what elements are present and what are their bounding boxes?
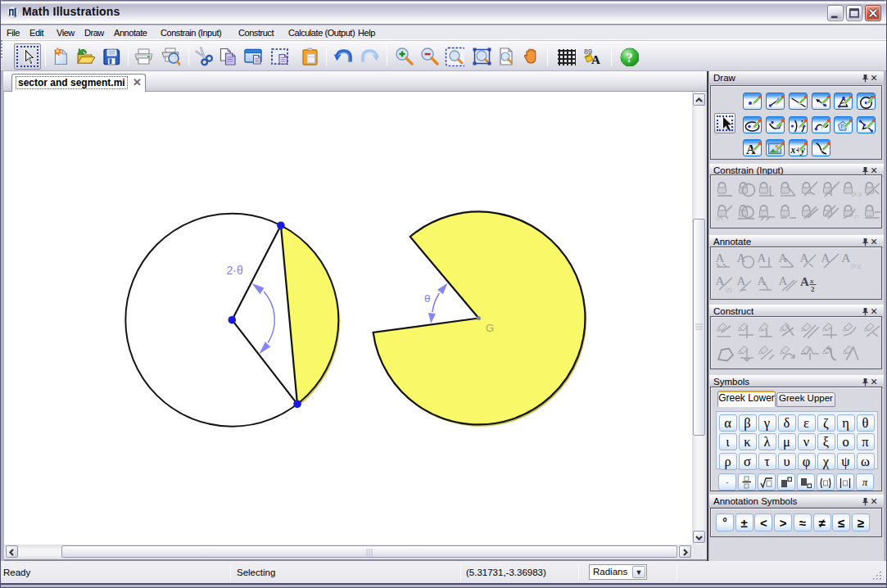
svg-text:A: A — [779, 274, 788, 287]
svg-text:2: 2 — [811, 285, 815, 293]
svg-text:A: A — [716, 251, 725, 265]
svg-text:A: A — [736, 274, 745, 287]
svg-text:(r): (r) — [726, 286, 732, 293]
svg-text:x: x — [809, 277, 814, 285]
svg-text:A: A — [842, 251, 851, 265]
svg-text:2·θ: 2·θ — [227, 264, 243, 277]
svg-text:A: A — [591, 53, 600, 66]
svg-text:r=: r= — [854, 213, 860, 220]
svg-text:?: ? — [627, 51, 633, 65]
svg-text:(x,y): (x,y) — [852, 190, 862, 197]
svg-text:(x,y): (x,y) — [851, 262, 862, 269]
svg-text:A: A — [758, 274, 767, 287]
svg-text:A: A — [800, 275, 809, 288]
svg-text:G: G — [486, 322, 494, 334]
svg-text:A: A — [758, 251, 767, 265]
svg-text:θ: θ — [424, 292, 431, 305]
